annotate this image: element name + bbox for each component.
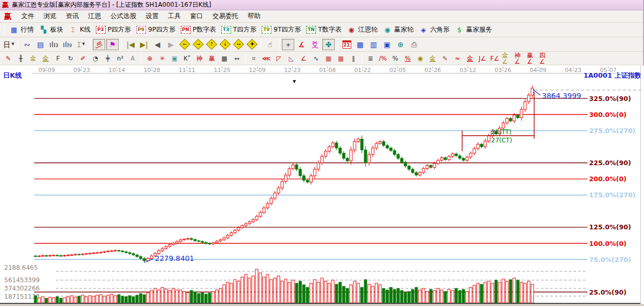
hand-tool-icon[interactable]: ☝ — [264, 39, 276, 50]
fan-box-2-icon[interactable]: ◺ — [285, 53, 297, 64]
ying-ruler-icon[interactable]: 赢 — [206, 53, 218, 64]
prev-bar-icon[interactable]: ◀ — [151, 39, 164, 50]
t9-square-button[interactable]: T99T四方形 — [259, 24, 304, 35]
winner-wheel-button[interactable]: ◉赢家轮 — [380, 24, 417, 35]
notepad-icon[interactable]: ▥ — [367, 39, 380, 50]
quotes-button[interactable]: ▦行情 — [7, 24, 36, 35]
menu-item-6[interactable]: 工具 — [163, 10, 185, 22]
p9-square-button[interactable]: P99P四方形 — [134, 24, 178, 35]
candle-body — [430, 165, 432, 167]
browser-icon[interactable]: ⊕ — [394, 39, 407, 50]
print-icon[interactable]: ⎙ — [408, 39, 420, 50]
flag-marker-icon[interactable]: ⚑ — [106, 39, 119, 50]
sectors-button[interactable]: ▚板块 — [36, 24, 66, 35]
ruler-ticks-icon[interactable]: ╫ — [15, 53, 26, 64]
pattern-draw-icon[interactable]: 彡 — [93, 39, 105, 50]
shen-ruler-icon[interactable]: 神 — [194, 53, 205, 64]
diamond-left-icon[interactable]: ← — [178, 39, 191, 50]
p-number-table-button[interactable]: PNP数字表 — [178, 24, 219, 35]
angle-measure-icon[interactable]: ∡ — [295, 39, 308, 50]
angle-rays-icon[interactable]: ∠ — [298, 53, 309, 64]
menu-item-4[interactable]: 公式选股 — [106, 10, 141, 22]
f-ruler-icon[interactable]: F — [52, 53, 64, 64]
last-bar-icon[interactable]: ▶| — [138, 39, 150, 50]
first-bar-icon[interactable]: |◀ — [124, 39, 137, 50]
menu-item-8[interactable]: 交易委托 — [208, 10, 243, 22]
menu-item-2[interactable]: 资讯 — [61, 10, 83, 22]
gold-circle-icon[interactable]: ◉ — [414, 53, 426, 64]
bars-9-icon[interactable]: ılı₉ — [61, 39, 74, 50]
percent-plain-icon[interactable]: % — [390, 53, 401, 64]
p-square-button[interactable]: P3P四方形 — [93, 24, 134, 35]
hexagon-button[interactable]: ◈六角形 — [416, 24, 452, 35]
ying-angle-icon[interactable]: 赢∠ — [526, 53, 538, 64]
gold-angle-icon[interactable]: 金∠ — [502, 53, 513, 64]
spiral-tool-icon[interactable]: ↻ — [65, 53, 76, 64]
circle-target-icon[interactable]: ⊕ — [144, 53, 155, 64]
crosshair-tool-icon[interactable]: ＋ — [282, 39, 294, 50]
candle-body — [114, 251, 117, 251]
percent-line-icon[interactable]: % — [402, 53, 413, 64]
menu-item-9[interactable]: 帮助 — [243, 10, 265, 22]
zigzag-lines-icon[interactable]: ∿ — [310, 53, 322, 64]
save-icon[interactable]: ▣ — [381, 39, 393, 50]
zigzag-pattern-icon[interactable]: ∾ — [21, 39, 33, 50]
notes-icon[interactable]: ▤ — [34, 39, 47, 50]
menu-item-0[interactable]: 文件 — [17, 10, 39, 22]
gold-ruler-2-icon[interactable]: 金 — [40, 53, 51, 64]
candle-type-dropdown-icon[interactable]: ⌶▼ — [75, 39, 87, 50]
calculator-icon[interactable]: ▦ — [354, 39, 366, 50]
ruler-ticks-2-icon[interactable]: ╪ — [102, 53, 113, 64]
box-axes-icon[interactable]: ⌗ — [248, 53, 260, 64]
menu-item-7[interactable]: 窗口 — [185, 10, 208, 22]
menu-item-3[interactable]: 江恩 — [83, 10, 106, 22]
gold-red-icon[interactable]: 金 — [464, 53, 476, 64]
diamond-right-icon[interactable]: → — [192, 39, 204, 50]
text-tool-icon[interactable]: A — [127, 53, 138, 64]
fan-box-icon[interactable]: ◸ — [273, 53, 284, 64]
fan-lines-icon[interactable]: ⋘ — [261, 53, 272, 64]
diamond-up-icon[interactable]: ↑ — [205, 39, 218, 50]
pen-ruler-icon[interactable]: ✎ — [439, 53, 451, 64]
menu-item-1[interactable]: 浏览 — [39, 10, 61, 22]
t-square-button[interactable]: T3T四方形 — [219, 24, 259, 35]
calendar-icon[interactable]: 21 — [340, 39, 353, 50]
grid-red-icon[interactable]: ▦ — [323, 53, 334, 64]
browser-glyph: ⊕ — [397, 41, 404, 48]
gann-wheel-button[interactable]: ◉江恩轮 — [344, 24, 380, 35]
width-arrows-icon[interactable]: ↔ — [231, 53, 242, 64]
t-number-table-button[interactable]: TNT数字表 — [304, 24, 344, 35]
menu-item-5[interactable]: 设置 — [141, 10, 163, 22]
bars-3-icon[interactable]: ılı₃ — [48, 39, 60, 50]
time-circle-icon[interactable]: ◔ — [90, 53, 101, 64]
four-angle-icon[interactable]: 四∠ — [539, 53, 550, 64]
gold-ruler-1-icon[interactable]: 金 — [27, 53, 39, 64]
grid-target-icon[interactable]: ▣ — [169, 53, 180, 64]
j-angle-icon[interactable]: J∠ — [477, 53, 488, 64]
star-circle-icon[interactable]: ✳ — [156, 53, 168, 64]
diamond-down-icon[interactable]: ↓ — [219, 39, 231, 50]
price-scale-icon[interactable]: ≣ — [365, 53, 376, 64]
next-bar-icon[interactable]: ▶ — [165, 39, 177, 50]
winner-service-button[interactable]: $赢家服务 — [452, 24, 495, 35]
gold-lines-icon[interactable]: 金 — [427, 53, 438, 64]
k-mark-icon[interactable]: Kʺ — [181, 53, 193, 64]
grid-123-icon[interactable]: ▦ — [219, 53, 230, 64]
percent-slash-icon[interactable]: ∕% — [377, 53, 389, 64]
diamond-expand-icon[interactable]: ↔ — [232, 39, 245, 50]
shen-angle-icon[interactable]: 神∠ — [514, 53, 525, 64]
parallel-lines-icon[interactable]: ∥ — [348, 53, 359, 64]
f-angle-icon[interactable]: F∠ — [489, 53, 500, 64]
wave-fit-icon[interactable]: ≈ — [452, 53, 463, 64]
dollar-icon: $ — [455, 26, 464, 34]
pen-target-icon[interactable]: ✐ — [77, 53, 89, 64]
diamond-all-icon[interactable]: ✚ — [246, 39, 258, 50]
gann-shape-icon[interactable]: 爻 — [309, 39, 321, 50]
chart-canvas[interactable]: 09-0909-2310-1410-2811-1111-2512-0912-23… — [0, 66, 644, 306]
grid-red-2-icon[interactable]: ▩ — [335, 53, 347, 64]
period-daily-dropdown-icon[interactable]: 日▼ — [3, 39, 15, 50]
n-squared-icon[interactable]: n² — [115, 53, 126, 64]
clover-tool-icon[interactable]: ✤ — [322, 39, 335, 50]
kline-button[interactable]: ⌶K线 — [66, 24, 93, 35]
pen-tool-icon[interactable]: ✎ — [3, 53, 14, 64]
